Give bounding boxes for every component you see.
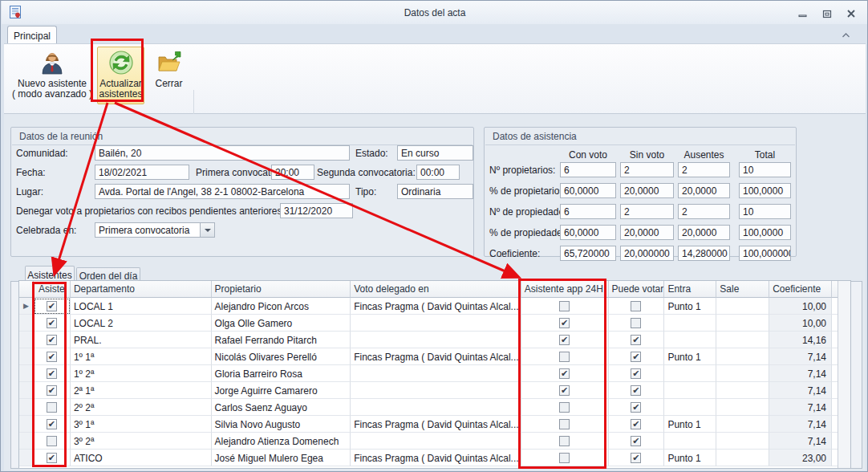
cell-col-entra[interactable]: Punto 1 <box>664 416 716 433</box>
estado-field[interactable]: En curso <box>397 145 473 161</box>
celebrada-en-combobox[interactable]: Primera convocatoria <box>95 222 215 238</box>
cell-col-voto-delegado-en[interactable] <box>351 433 521 450</box>
cell-col-propietario[interactable]: Silvia Novo Augusto <box>212 416 351 433</box>
nuevo-asistente-button[interactable]: Nuevo asistente ( modo avanzado ) <box>10 47 94 104</box>
cell-col-sale[interactable] <box>716 433 769 450</box>
asistente-app-24h-checkbox[interactable]: ✔ <box>559 335 570 345</box>
header-col-voto-delegado-en[interactable]: Voto delegado en <box>351 281 521 298</box>
cell-col-sale[interactable] <box>716 365 769 382</box>
asiste-checkbox[interactable]: ✔ <box>47 352 57 362</box>
primera-convocatoria-field[interactable]: 20:00 <box>271 165 314 180</box>
cell-col-propietario[interactable]: Carlos Saenz Aguayo <box>212 399 351 416</box>
fecha-field[interactable]: 18/02/2021 <box>95 165 189 180</box>
cell-col-propietario[interactable]: Alejandro Picon Arcos <box>212 298 351 315</box>
cell-col-entra[interactable] <box>664 382 716 399</box>
grid-row[interactable]: ✔1º 2ªGloria Barreiro Rosa✔✔7,14 <box>19 365 839 382</box>
attendance-value-field[interactable]: 2 <box>678 204 730 219</box>
cell-col-propietario[interactable]: Rafael Ferrando Pitarch <box>212 332 351 348</box>
grid-row[interactable]: 2º 2ªCarlos Saenz Aguayo✔7,14 <box>19 399 839 416</box>
header-col-sale[interactable]: Sale <box>716 281 769 298</box>
cell-col-propietario[interactable]: Nicolás Olivares Perelló <box>212 348 351 365</box>
puede-votar-checkbox[interactable]: ✔ <box>631 352 641 362</box>
cell-col-sale[interactable] <box>716 332 769 348</box>
attendance-value-field[interactable]: 10 <box>739 204 791 219</box>
cell-col-departamento[interactable]: PRAL. <box>71 332 212 348</box>
asistente-app-24h-checkbox[interactable] <box>559 301 570 311</box>
asistente-app-24h-checkbox[interactable] <box>559 453 570 463</box>
asistente-app-24h-checkbox[interactable] <box>559 402 570 413</box>
cell-col-voto-delegado-en[interactable] <box>351 382 521 399</box>
cell-col-entra[interactable]: Punto 1 <box>664 450 716 466</box>
asiste-checkbox[interactable]: ✔ <box>47 453 57 463</box>
puede-votar-checkbox[interactable]: ✔ <box>631 453 641 463</box>
asiste-checkbox[interactable] <box>47 402 57 413</box>
cell-col-voto-delegado-en[interactable]: Fincas Pragma ( David Quintas Alcal... <box>351 450 521 466</box>
restore-button[interactable] <box>817 7 837 20</box>
attendance-value-field[interactable]: 60,0000 <box>560 183 616 198</box>
cell-col-entra[interactable] <box>664 332 716 348</box>
asistente-app-24h-checkbox[interactable]: ✔ <box>559 385 570 396</box>
cell-col-voto-delegado-en[interactable] <box>351 365 521 382</box>
tab-principal[interactable]: Principal <box>7 26 57 44</box>
comunidad-field[interactable]: Bailén, 20 <box>95 145 350 161</box>
attendance-value-field[interactable]: 20,0000 <box>620 225 674 240</box>
asiste-checkbox[interactable]: ✔ <box>47 385 57 396</box>
puede-votar-checkbox[interactable]: ✔ <box>631 436 641 446</box>
grid-row[interactable]: ✔2ª 1ªJorge Aguirre Camarero✔✔7,14 <box>19 382 839 399</box>
attendance-value-field[interactable]: 65,720000 <box>560 246 616 261</box>
asiste-checkbox[interactable] <box>47 436 57 446</box>
puede-votar-checkbox[interactable]: ✔ <box>631 402 641 413</box>
cell-col-departamento[interactable]: ATICO <box>71 450 212 466</box>
title-bar[interactable]: Datos del acta <box>2 1 868 24</box>
cell-col-voto-delegado-en[interactable] <box>351 332 521 348</box>
attendance-value-field[interactable]: 20,0000 <box>678 225 730 240</box>
puede-votar-checkbox[interactable]: ✔ <box>631 368 641 379</box>
grid-row[interactable]: ▶✔LOCAL 1Alejandro Picon ArcosFincas Pra… <box>19 298 839 315</box>
attendance-value-field[interactable]: 100,0000 <box>739 225 791 240</box>
cell-col-propietario[interactable]: Gloria Barreiro Rosa <box>212 365 351 382</box>
asiste-checkbox[interactable]: ✔ <box>47 368 57 379</box>
asiste-checkbox[interactable]: ✔ <box>47 301 57 311</box>
cell-col-entra[interactable] <box>664 315 716 332</box>
attendance-value-field[interactable]: 2 <box>678 162 730 177</box>
puede-votar-checkbox[interactable] <box>631 318 641 328</box>
cell-col-departamento[interactable]: 2ª 1ª <box>71 382 212 399</box>
cell-col-voto-delegado-en[interactable]: Fincas Pragma ( David Quintas Alcal... <box>351 348 521 365</box>
cell-col-sale[interactable] <box>716 450 769 466</box>
cell-col-sale[interactable] <box>716 315 769 332</box>
collapse-ribbon-button[interactable] <box>838 30 854 41</box>
asistente-app-24h-checkbox[interactable] <box>559 436 570 446</box>
header-col-puede-votar[interactable]: Puede votar <box>609 281 665 298</box>
minimize-button[interactable] <box>793 7 813 20</box>
grid-row[interactable]: ✔PRAL.Rafael Ferrando Pitarch✔✔14,16 <box>19 332 839 348</box>
puede-votar-checkbox[interactable] <box>631 301 641 311</box>
cell-col-propietario[interactable]: José Miguel Mulero Egea <box>212 450 351 466</box>
cell-col-departamento[interactable]: 2º 2ª <box>71 399 212 416</box>
attendance-value-field[interactable]: 6 <box>560 204 616 219</box>
cell-col-voto-delegado-en[interactable] <box>351 315 521 332</box>
grid-row[interactable]: 3º 2ªAlejandro Atienza Domenech✔7,14 <box>19 433 839 450</box>
grid-row[interactable]: ✔ATICOJosé Miguel Mulero EgeaFincas Prag… <box>19 450 839 466</box>
puede-votar-checkbox[interactable]: ✔ <box>631 385 641 396</box>
cell-col-departamento[interactable]: LOCAL 1 <box>71 298 212 315</box>
asistente-app-24h-checkbox[interactable] <box>559 352 570 362</box>
cell-col-sale[interactable] <box>716 416 769 433</box>
cell-col-departamento[interactable]: LOCAL 2 <box>71 315 212 332</box>
header-col-entra[interactable]: Entra <box>664 281 716 298</box>
cell-col-entra[interactable]: Punto 1 <box>664 348 716 365</box>
asiste-checkbox[interactable]: ✔ <box>47 318 57 328</box>
cell-col-propietario[interactable]: Jorge Aguirre Camarero <box>212 382 351 399</box>
cell-col-departamento[interactable]: 3º 2ª <box>71 433 212 450</box>
denegar-voto-field[interactable]: 31/12/2020 <box>280 203 353 218</box>
attendance-value-field[interactable]: 20,0000 <box>620 183 674 198</box>
cell-col-entra[interactable] <box>664 399 716 416</box>
cell-col-sale[interactable] <box>716 298 769 315</box>
cell-col-entra[interactable] <box>664 433 716 450</box>
asistente-app-24h-checkbox[interactable] <box>559 419 570 429</box>
attendance-value-field[interactable]: 2 <box>620 162 674 177</box>
header-col-propietario[interactable]: Propietario <box>212 281 351 298</box>
cell-col-entra[interactable]: Punto 1 <box>664 298 716 315</box>
tipo-field[interactable]: Ordinaria <box>397 184 473 199</box>
puede-votar-checkbox[interactable]: ✔ <box>631 335 641 345</box>
attendance-value-field[interactable]: 14,280000 <box>678 246 730 261</box>
